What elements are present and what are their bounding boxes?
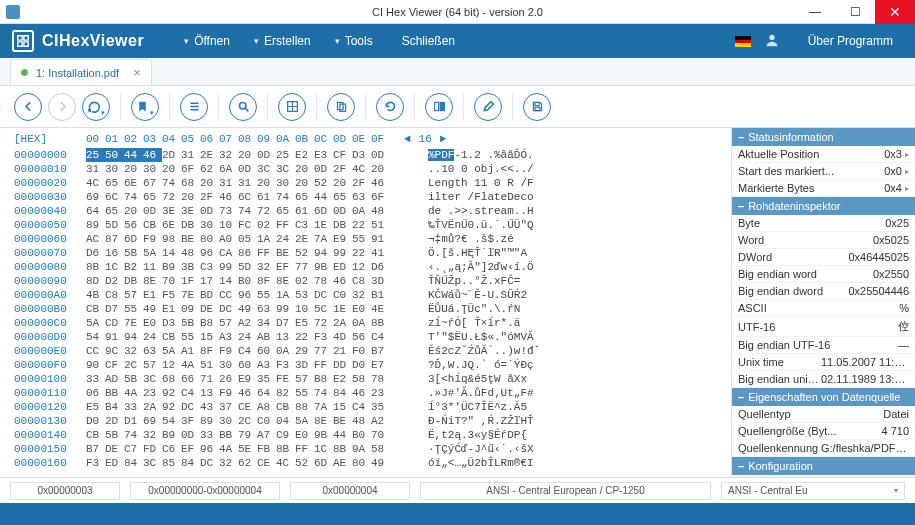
hex-byte[interactable]: 60 (238, 358, 257, 372)
hex-byte[interactable]: F9 (143, 232, 162, 246)
hex-byte[interactable]: ED (333, 260, 352, 274)
hex-byte[interactable]: 15 (333, 400, 352, 414)
hex-byte[interactable]: 21 (333, 344, 352, 358)
expand-icon[interactable]: ▸ (905, 150, 909, 159)
hex-row[interactable]: 000000F090CF2C57124A513060A3F33DFFDDD0E7… (14, 358, 731, 372)
hex-byte[interactable]: 9A (352, 442, 371, 456)
hex-row[interactable]: 00000030696C746572202F466C6174654465636F… (14, 190, 731, 204)
hex-byte[interactable]: DB (124, 274, 143, 288)
hex-byte[interactable]: 91 (371, 232, 390, 246)
hex-byte[interactable]: 1A (257, 232, 276, 246)
hex-byte[interactable]: 74 (276, 190, 295, 204)
hex-byte[interactable]: BE (276, 246, 295, 260)
hex-byte[interactable]: 48 (181, 246, 200, 260)
hex-row[interactable]: 000000C05ACD7EE0D35BB857A234D7E5722A0A8B… (14, 316, 731, 330)
hex-byte[interactable]: E7 (371, 358, 390, 372)
menu-create[interactable]: Erstellen (244, 28, 321, 54)
hex-byte[interactable]: E9 (238, 372, 257, 386)
hex-row[interactable]: 000000908DD2DB8E701F1714B08F8E027846C83D… (14, 274, 731, 288)
hex-byte[interactable]: 13 (200, 386, 219, 400)
hex-byte[interactable]: 56 (124, 218, 143, 232)
hex-byte[interactable]: 8B (276, 442, 295, 456)
hex-byte[interactable]: 69 (143, 414, 162, 428)
hex-byte[interactable]: 37 (219, 400, 238, 414)
hex-byte[interactable]: 24 (238, 330, 257, 344)
hex-byte[interactable]: 80 (200, 232, 219, 246)
hex-ascii[interactable]: KČWáů~˝Ě-U.SÜŔ2 (428, 288, 527, 302)
hex-byte[interactable]: F3 (86, 456, 105, 470)
hex-byte[interactable]: 71 (200, 372, 219, 386)
hex-byte[interactable]: CB (143, 218, 162, 232)
hex-byte[interactable]: 20 (181, 190, 200, 204)
hex-byte[interactable]: 32 (219, 456, 238, 470)
hex-row[interactable]: 000000406465200D3E3E0D73747265616D0D0A48… (14, 204, 731, 218)
hex-byte[interactable]: C3 (200, 260, 219, 274)
hex-byte[interactable]: E0 (143, 316, 162, 330)
hex-byte[interactable]: 2E (295, 232, 314, 246)
hex-byte[interactable]: C7 (124, 442, 143, 456)
grid-button[interactable] (278, 93, 306, 121)
sidebar-row[interactable]: Byte0x25 (732, 215, 915, 232)
hex-ascii[interactable]: .»J#'Ă.ůFd‚Ut„F# (428, 386, 534, 400)
hex-byte[interactable]: 4A (124, 386, 143, 400)
hex-byte[interactable]: 64 (86, 204, 105, 218)
sidebar-row[interactable]: Markierte Bytes0x4▸ (732, 180, 915, 197)
hex-byte[interactable]: AC (86, 232, 105, 246)
hex-byte[interactable]: 30 (219, 414, 238, 428)
hex-byte[interactable]: 87 (105, 232, 124, 246)
hex-byte[interactable]: A3 (219, 330, 238, 344)
hex-byte[interactable]: 20 (200, 176, 219, 190)
hex-byte[interactable]: 48 (371, 204, 390, 218)
hex-byte[interactable]: 3C (276, 162, 295, 176)
hex-byte[interactable]: 2C (238, 414, 257, 428)
hex-byte[interactable]: 22 (352, 218, 371, 232)
hex-byte[interactable]: 55 (124, 302, 143, 316)
hex-byte[interactable]: EF (181, 442, 200, 456)
hex-byte[interactable]: 02 (295, 274, 314, 288)
hex-nav-next-icon[interactable]: ► (440, 132, 447, 146)
hex-byte[interactable]: 0D (314, 162, 333, 176)
nav-back-button[interactable] (14, 93, 42, 121)
hex-byte[interactable]: C4 (181, 386, 200, 400)
hex-byte[interactable]: C8 (352, 274, 371, 288)
compare-button[interactable] (425, 93, 453, 121)
hex-byte[interactable]: B0 (238, 274, 257, 288)
hex-byte[interactable]: 43 (200, 400, 219, 414)
hex-byte[interactable]: 74 (238, 204, 257, 218)
hex-byte[interactable]: BE (181, 232, 200, 246)
hex-byte[interactable]: CE (257, 456, 276, 470)
hex-byte[interactable]: 91 (105, 330, 124, 344)
hex-byte[interactable]: 0D (257, 148, 276, 162)
hex-byte[interactable]: 0D (181, 428, 200, 442)
hex-byte[interactable]: B7 (371, 344, 390, 358)
hex-byte[interactable]: 98 (162, 232, 181, 246)
hex-byte[interactable]: 74 (124, 190, 143, 204)
hex-byte[interactable]: A3 (257, 358, 276, 372)
hex-byte[interactable]: 35 (371, 400, 390, 414)
hex-byte[interactable]: 44 (314, 190, 333, 204)
hex-byte[interactable]: 4C (86, 176, 105, 190)
sidebar-row[interactable]: Big endian UTF-16— (732, 337, 915, 354)
hex-byte[interactable]: 58 (371, 442, 390, 456)
hex-byte[interactable]: AB (257, 330, 276, 344)
hex-byte[interactable]: 6D (314, 456, 333, 470)
hex-byte[interactable]: 89 (86, 218, 105, 232)
hex-byte[interactable]: 4E (371, 302, 390, 316)
hex-byte[interactable]: 74 (124, 428, 143, 442)
hex-byte[interactable]: F3 (314, 330, 333, 344)
hex-byte[interactable]: 5B (181, 316, 200, 330)
hex-byte[interactable]: 58 (352, 372, 371, 386)
hex-ascii[interactable]: T'"$ËU.Ł$«."óMVĂ (428, 330, 534, 344)
hex-byte[interactable]: 2A (143, 400, 162, 414)
hex-byte[interactable]: 77 (314, 344, 333, 358)
hex-byte[interactable]: 3E (162, 204, 181, 218)
sidebar-row[interactable]: DWord0x46445025 (732, 249, 915, 266)
window-close-button[interactable]: ✕ (875, 0, 915, 24)
hex-byte[interactable]: D7 (105, 302, 124, 316)
sidebar-row[interactable]: Big endian word0x2550 (732, 266, 915, 283)
hex-byte[interactable]: CA (219, 246, 238, 260)
hex-byte[interactable]: 82 (276, 386, 295, 400)
hex-byte[interactable]: 56 (352, 330, 371, 344)
hex-byte[interactable]: 99 (276, 302, 295, 316)
hex-byte[interactable]: 1E (333, 302, 352, 316)
